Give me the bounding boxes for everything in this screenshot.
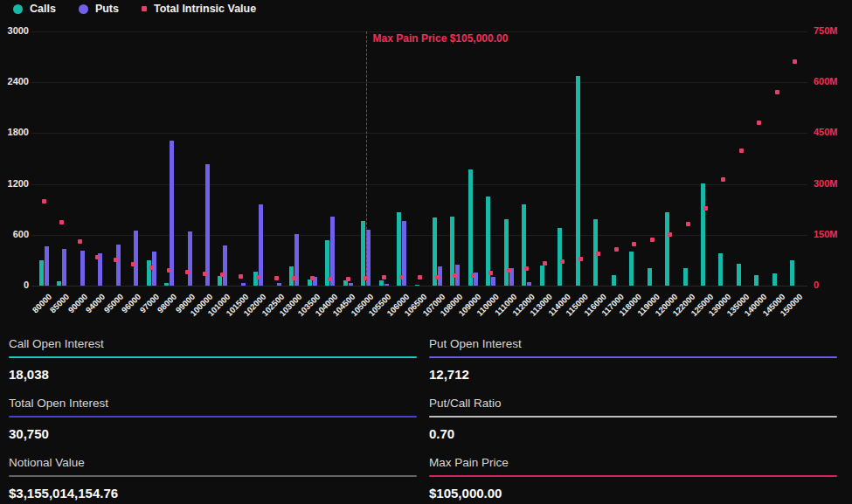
intrinsic-value-dot <box>59 220 64 224</box>
intrinsic-value-dot <box>507 268 511 273</box>
calls-bar <box>629 252 634 286</box>
intrinsic-value-dot <box>703 206 708 211</box>
puts-bar <box>527 282 531 286</box>
calls-bar <box>683 268 688 286</box>
calls-bar <box>218 276 222 286</box>
calls-bar <box>648 268 652 286</box>
chart-legend: CallsPutsTotal Intrinsic Value <box>13 3 256 15</box>
intrinsic-value-dot <box>220 273 225 277</box>
y-axis-left-label: 2400 <box>0 76 29 86</box>
calls-bar <box>737 264 741 286</box>
intrinsic-value-dot <box>418 275 422 280</box>
stat-accent-line <box>9 475 417 477</box>
intrinsic-value-dot <box>757 121 761 125</box>
calls-bar <box>164 283 169 286</box>
puts-bar <box>205 164 210 286</box>
y-axis-left-label: 600 <box>0 229 29 239</box>
intrinsic-value-dot <box>114 258 118 262</box>
x-axis-label: 97000 <box>137 292 160 314</box>
intrinsic-value-dot <box>614 247 619 252</box>
calls-bar <box>790 260 794 286</box>
puts-bar <box>116 245 121 286</box>
stat-value: 0.70 <box>429 426 837 442</box>
stat-value: 30,750 <box>9 426 417 442</box>
stats-grid: Call Open Interest18,038Put Open Interes… <box>0 329 852 504</box>
x-axis-label: 90000 <box>66 292 89 314</box>
intrinsic-value-dot <box>239 274 243 279</box>
puts-bar <box>134 231 138 286</box>
intrinsic-value-dot <box>382 275 386 280</box>
intrinsic-value-dot <box>256 275 260 280</box>
x-axis-label: 95000 <box>101 292 124 314</box>
stat-accent-line <box>429 475 837 477</box>
intrinsic-value-dot <box>739 148 744 153</box>
legend-item-total-intrinsic-value[interactable]: Total Intrinsic Value <box>142 3 256 15</box>
calls-bar <box>701 183 705 286</box>
calls-bar <box>665 212 669 286</box>
intrinsic-value-dot <box>668 232 672 237</box>
intrinsic-value-dot <box>131 262 135 266</box>
x-axis-label: 98000 <box>156 292 178 314</box>
puts-bar <box>62 249 66 286</box>
intrinsic-value-dot <box>793 59 797 64</box>
gridline <box>31 82 807 83</box>
intrinsic-value-dot <box>578 257 583 261</box>
y-axis-right-label: 300M <box>814 178 838 189</box>
intrinsic-value-dot <box>543 261 547 266</box>
x-axis-line <box>31 286 807 287</box>
gridline <box>31 133 807 134</box>
y-axis-left-label: 0 <box>0 280 29 290</box>
intrinsic-value-dot <box>775 90 779 94</box>
calls-bar <box>540 266 544 286</box>
intrinsic-value-dot <box>274 276 279 280</box>
stat-accent-line <box>429 356 837 358</box>
intrinsic-value-dot <box>524 266 529 271</box>
calls-bar <box>558 228 562 286</box>
intrinsic-value-dot <box>95 255 100 259</box>
calls-bar <box>39 260 44 286</box>
puts-bar <box>80 251 85 286</box>
stat-accent-line <box>9 356 417 358</box>
y-axis-right-label: 600M <box>814 76 838 86</box>
stat-value: $105,000.00 <box>429 486 837 501</box>
calls-bar <box>379 280 384 286</box>
y-axis-left-label: 1800 <box>0 127 29 137</box>
gridline <box>31 235 807 236</box>
intrinsic-value-dot <box>435 275 440 280</box>
y-axis-left-label: 1200 <box>0 178 29 189</box>
puts-bar <box>45 246 49 286</box>
stat-value: 18,038 <box>9 367 417 383</box>
legend-item-puts[interactable]: Puts <box>79 3 119 15</box>
y-axis-right-label: 750M <box>814 25 838 36</box>
puts-bar <box>384 284 389 286</box>
stat-label: Call Open Interest <box>9 336 417 351</box>
y-axis-right-label: 0 <box>814 280 819 290</box>
calls-bar <box>612 275 616 286</box>
intrinsic-value-dot <box>488 271 493 275</box>
intrinsic-value-dot <box>346 277 350 281</box>
intrinsic-value-dot <box>185 270 190 274</box>
legend-item-calls[interactable]: Calls <box>13 3 56 15</box>
y-axis-left-label: 3000 <box>0 25 29 36</box>
max-pain-annotation: Max Pain Price $105,000.00 <box>373 32 509 45</box>
x-axis-label: 96000 <box>120 292 142 314</box>
stat-value: $3,155,014,154.76 <box>9 486 417 501</box>
intrinsic-value-dot <box>292 276 296 280</box>
stat-call-open-interest: Call Open Interest18,038 <box>9 336 417 383</box>
total-intrinsic-value-marker-icon <box>142 6 147 11</box>
calls-bar <box>343 280 348 286</box>
stat-label: Notional Value <box>9 455 417 470</box>
stat-notional-value: Notional Value$3,155,014,154.76 <box>9 455 417 501</box>
stat-accent-line <box>429 416 837 418</box>
intrinsic-value-dot <box>596 252 600 256</box>
open-interest-chart: CallsPutsTotal Intrinsic Value 3000750M2… <box>0 0 852 329</box>
stat-accent-line <box>9 416 417 418</box>
stat-put-call-ratio: Put/Call Ratio0.70 <box>429 396 837 442</box>
puts-bar <box>188 231 192 286</box>
y-axis-right-label: 450M <box>814 127 838 137</box>
stat-label: Max Pain Price <box>429 455 837 470</box>
x-axis-label: 80000 <box>31 292 53 314</box>
intrinsic-value-dot <box>399 275 404 280</box>
intrinsic-value-dot <box>721 177 725 182</box>
calls-bar <box>754 275 758 286</box>
